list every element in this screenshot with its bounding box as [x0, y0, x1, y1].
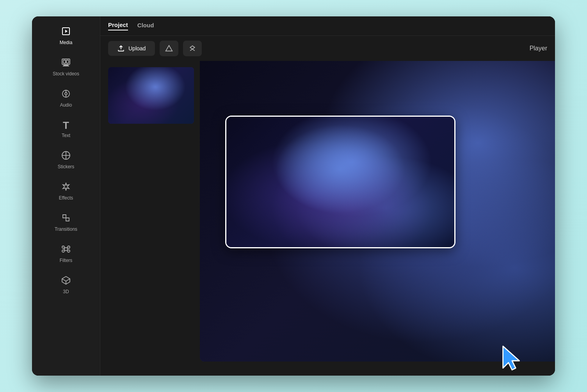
text-icon: T — [63, 120, 69, 130]
audio-icon — [61, 89, 71, 100]
sidebar-item-effects-label: Effects — [59, 195, 73, 201]
thumbnail-image — [108, 67, 194, 124]
svg-rect-4 — [66, 60, 69, 63]
toolbar: Upload Player — [100, 36, 555, 61]
app-window: Media Stock videos — [32, 16, 555, 376]
stickers-icon — [61, 151, 71, 162]
filters-icon — [61, 244, 71, 255]
dropbox-icon — [189, 45, 196, 52]
svg-point-19 — [68, 250, 70, 252]
sidebar-item-stickers[interactable]: Stickers — [35, 145, 97, 175]
svg-marker-23 — [166, 46, 173, 51]
sidebar-item-3d[interactable]: 3D — [35, 270, 97, 300]
svg-line-20 — [62, 279, 66, 281]
svg-point-8 — [65, 93, 67, 95]
sidebar-item-media-label: Media — [60, 40, 73, 45]
svg-point-16 — [62, 246, 64, 248]
3d-icon — [61, 276, 71, 287]
effects-icon — [61, 182, 71, 193]
media-area — [100, 61, 555, 376]
tab-cloud[interactable]: Cloud — [137, 22, 154, 30]
upload-icon — [117, 45, 125, 52]
svg-rect-3 — [63, 60, 66, 63]
sidebar-item-stock-videos[interactable]: Stock videos — [35, 52, 97, 82]
sidebar: Media Stock videos — [32, 16, 100, 376]
sidebar-item-media[interactable]: Media — [35, 21, 97, 51]
media-icon — [61, 27, 71, 37]
tab-project[interactable]: Project — [108, 21, 128, 30]
sidebar-item-3d-label: 3D — [63, 289, 69, 294]
sidebar-item-stickers-label: Stickers — [58, 164, 75, 169]
svg-point-18 — [62, 250, 64, 252]
sidebar-item-text-label: Text — [62, 133, 70, 138]
media-thumbnail[interactable] — [108, 67, 194, 124]
sidebar-item-effects[interactable]: Effects — [35, 176, 97, 206]
svg-marker-24 — [190, 46, 195, 50]
sidebar-item-stock-label: Stock videos — [53, 71, 79, 77]
svg-marker-25 — [503, 346, 519, 370]
stock-videos-icon — [61, 58, 71, 69]
svg-point-17 — [68, 246, 70, 248]
svg-line-21 — [66, 279, 70, 281]
upload-label: Upload — [128, 45, 146, 52]
sidebar-item-transitions[interactable]: Transitions — [35, 208, 97, 237]
header-tabs: Project Cloud — [100, 16, 555, 36]
sidebar-item-filters[interactable]: Filters — [35, 239, 97, 269]
preview-card — [225, 116, 455, 248]
player-label: Player — [530, 45, 547, 52]
dropbox-button[interactable] — [183, 41, 202, 56]
gdrive-icon — [165, 45, 173, 52]
sidebar-item-transitions-label: Transitions — [55, 226, 77, 232]
main-content: Project Cloud Upload — [100, 16, 555, 376]
transitions-icon — [61, 213, 71, 224]
sidebar-item-filters-label: Filters — [60, 258, 73, 263]
sidebar-item-audio-label: Audio — [60, 102, 72, 108]
upload-button[interactable]: Upload — [108, 41, 155, 56]
svg-point-15 — [64, 248, 68, 251]
svg-marker-1 — [65, 30, 68, 33]
gdrive-button[interactable] — [160, 41, 178, 56]
sidebar-item-text[interactable]: T Text — [35, 115, 97, 144]
sidebar-item-audio[interactable]: Audio — [35, 84, 97, 113]
